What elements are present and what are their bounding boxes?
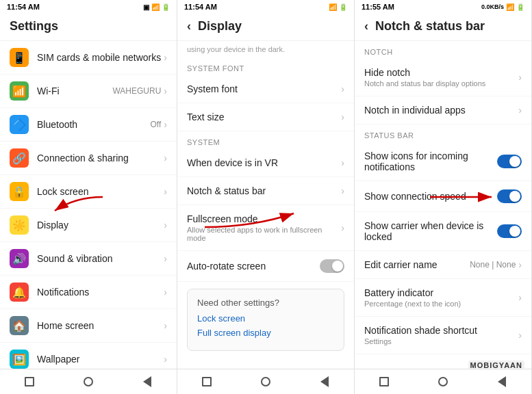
display-item[interactable]: Text size › (177, 103, 354, 131)
notch-item[interactable]: Notification shade shortcut Settings › (355, 317, 531, 354)
settings-item[interactable]: 🖼️ Wallpaper › (0, 343, 177, 369)
display-item-title: Auto-rotate screen (187, 261, 320, 272)
notch-item[interactable]: Battery indicator Percentage (next to th… (355, 279, 531, 317)
notch-item-text: Show connection speed (364, 191, 497, 202)
section-label: SYSTEM FONT (177, 57, 354, 75)
item-icon: 🔔 (10, 283, 29, 302)
display-title: Display (198, 19, 242, 34)
nav-square-3[interactable] (377, 375, 391, 389)
settings-item[interactable]: 🔒 Lock screen › (0, 175, 177, 209)
item-chevron: › (164, 354, 167, 365)
item-text: Display (37, 220, 164, 231)
item-title: Notifications (37, 287, 164, 298)
item-text: Wallpaper (37, 354, 164, 365)
item-chevron: › (164, 52, 167, 63)
notch-item-title: Show connection speed (364, 191, 497, 202)
other-settings-link[interactable]: Full screen display (197, 328, 334, 338)
notch-item-text: Show icons for incoming notifications (364, 150, 497, 172)
settings-item[interactable]: 🏠 Home screen › (0, 309, 177, 343)
item-chevron: › (164, 287, 167, 298)
notch-item[interactable]: Hide notch Notch and status bar display … (355, 59, 531, 96)
status-icons-1: ▣ 📶 🔋 (143, 3, 170, 11)
item-chevron: › (341, 185, 344, 196)
item-chevron: › (518, 330, 522, 341)
status-bar-2: 11:54 AM 📶 🔋 (177, 0, 354, 14)
toggle[interactable] (497, 189, 522, 203)
notch-item-text: Notch in individual apps (364, 105, 518, 116)
settings-item[interactable]: 📱 SIM cards & mobile networks › (0, 41, 177, 75)
notch-item[interactable]: Notch in individual apps › (355, 96, 531, 124)
notch-item-text: Battery indicator Percentage (next to th… (364, 287, 518, 308)
nav-circle-2[interactable] (259, 375, 273, 389)
section-label: SYSTEM (177, 131, 354, 149)
other-settings-link[interactable]: Lock screen (197, 313, 334, 324)
item-chevron: › (164, 186, 167, 197)
item-icon: ☀️ (10, 215, 29, 235)
settings-item[interactable]: ☀️ Display › (0, 209, 177, 242)
notch-list: NOTCH Hide notch Notch and status bar di… (355, 41, 531, 369)
settings-item[interactable]: 🔔 Notifications › (0, 276, 177, 309)
item-chevron: › (164, 220, 167, 231)
display-item[interactable]: Auto-rotate screen (177, 251, 354, 282)
notch-item[interactable]: Show icons for incoming notifications (355, 142, 531, 181)
notch-item[interactable]: Edit carrier name None | None› (355, 251, 531, 279)
display-back[interactable]: ‹ (187, 19, 191, 34)
item-icon: 🔊 (10, 249, 29, 268)
notch-item-subtitle: Settings (364, 337, 518, 345)
nav-square-1[interactable] (23, 375, 36, 389)
status-bar-3: 11:55 AM 0.0KB/s 📶 🔋 (355, 0, 531, 14)
display-item-text: Fullscreen mode Allow selected apps to w… (187, 213, 341, 242)
display-item-title: System font (187, 83, 341, 94)
time-2: 11:54 AM (184, 3, 217, 11)
display-item-title: Notch & status bar (187, 185, 341, 196)
item-icon: 📱 (10, 48, 29, 67)
settings-item[interactable]: 📶 Wi-Fi WAHEGURU › (0, 75, 177, 108)
nav-circle-1[interactable] (81, 375, 95, 389)
nav-back-2[interactable] (318, 375, 331, 389)
item-icon: 📶 (10, 81, 29, 101)
settings-title: Settings (10, 19, 58, 34)
display-item[interactable]: Fullscreen mode Allow selected apps to w… (177, 205, 354, 251)
display-top-note: using your device in the dark. (177, 41, 354, 57)
item-text: SIM cards & mobile networks (37, 52, 164, 63)
toggle[interactable] (320, 259, 344, 273)
notch-item-text: Edit carrier name (364, 259, 470, 270)
display-item-text: Auto-rotate screen (187, 261, 320, 272)
notch-item-title: Notification shade shortcut (364, 325, 518, 336)
bottom-nav-1 (0, 369, 177, 394)
status-icons-3: 0.0KB/s 📶 🔋 (481, 3, 524, 11)
item-value: None | None (470, 260, 516, 270)
item-chevron: › (518, 105, 522, 116)
item-chevron: › (341, 83, 344, 94)
toggle[interactable] (497, 224, 522, 238)
item-title: Bluetooth (37, 119, 151, 130)
item-title: Display (37, 220, 164, 231)
settings-item[interactable]: 🔷 Bluetooth Off › (0, 108, 177, 142)
item-chevron: › (518, 292, 522, 303)
item-text: Bluetooth (37, 119, 151, 130)
item-chevron: › (164, 153, 167, 163)
display-item[interactable]: When device is in VR › (177, 149, 354, 177)
nav-square-2[interactable] (200, 375, 214, 389)
item-text: Sound & vibration (37, 253, 164, 264)
display-item-text: Notch & status bar (187, 185, 341, 196)
display-item-text: When device is in VR (187, 157, 341, 168)
settings-item[interactable]: 🔊 Sound & vibration › (0, 242, 177, 276)
notch-back[interactable]: ‹ (364, 19, 368, 34)
display-item[interactable]: System font › (177, 75, 354, 103)
display-item[interactable]: Notch & status bar › (177, 177, 354, 205)
notch-item[interactable]: Show carrier when device is locked (355, 212, 531, 251)
notch-item-text: Show carrier when device is locked (364, 220, 497, 242)
bottom-nav-3 (355, 369, 531, 394)
status-icons-2: 📶 🔋 (329, 3, 347, 11)
settings-header: Settings (0, 14, 177, 41)
item-chevron: › (341, 157, 344, 168)
settings-item[interactable]: 🔗 Connection & sharing › (0, 142, 177, 175)
nav-back-1[interactable] (140, 375, 154, 389)
toggle[interactable] (497, 155, 522, 168)
display-item-text: Text size (187, 111, 341, 122)
notch-item-title: Edit carrier name (364, 259, 470, 270)
nav-circle-3[interactable] (436, 375, 450, 389)
nav-back-3[interactable] (495, 375, 509, 389)
notch-item[interactable]: Show connection speed (355, 181, 531, 212)
